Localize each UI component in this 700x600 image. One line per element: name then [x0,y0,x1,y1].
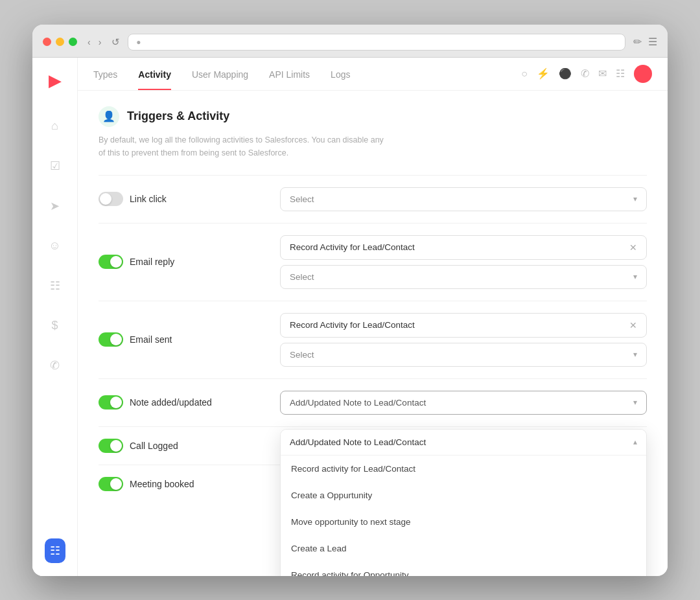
link-click-select[interactable]: Select ▾ [280,187,647,211]
search-icon: ● [136,38,141,47]
dropdown-item-4[interactable]: Record activity for Opportunity [281,562,646,576]
email-sent-dropdowns: Record Activity for Lead/Contact ✕ Selec… [280,313,647,367]
sidebar-item-grid[interactable]: ☷ [46,275,64,297]
sidebar-item-dollar[interactable]: $ [47,315,62,336]
link-click-placeholder: Select [290,194,314,204]
toggle-knob [100,193,111,205]
email-sent-select[interactable]: Select ▾ [280,343,647,367]
maximize-button[interactable] [69,38,77,46]
email-reply-dropdowns: Record Activity for Lead/Contact ✕ Selec… [280,235,647,289]
email-sent-label: Email sent [99,332,280,347]
email-sent-tag[interactable]: Record Activity for Lead/Contact ✕ [280,313,647,338]
note-added-value: Add/Updated Note to Lead/Contact [290,398,426,408]
chevron-down-icon: ▾ [633,272,637,281]
sidebar: ▶ ⌂ ☑ ➤ ☺ ☷ $ ✆ ☷ [32,58,78,576]
browser-actions: ✏ ☰ [633,36,657,48]
sidebar-item-send[interactable]: ➤ [46,195,64,217]
menu-icon[interactable]: ☰ [648,36,657,48]
phone-icon[interactable]: ✆ [581,67,589,80]
sidebar-item-check[interactable]: ☑ [46,155,64,177]
note-added-dropdowns: Add/Updated Note to Lead/Contact ▾ [280,391,647,415]
main-content: Types Activity User Mapping API Limits L… [78,58,668,576]
activity-row-note-added: Note added/updated Add/Updated Note to L… [99,378,647,426]
back-button[interactable]: ‹ [85,36,93,49]
close-icon[interactable]: ✕ [629,242,637,253]
sidebar-item-home[interactable]: ⌂ [47,115,62,137]
tab-user-mapping[interactable]: User Mapping [192,58,248,90]
link-click-toggle[interactable] [99,192,123,206]
activity-row-email-sent: Email sent Record Activity for Lead/Cont… [99,301,647,378]
section-title: Triggers & Activity [127,110,229,123]
link-click-text: Link click [130,194,167,204]
note-added-text: Note added/updated [130,397,212,408]
section-header: 👤 Triggers & Activity [99,106,647,127]
close-button[interactable] [43,38,51,46]
chevron-up-icon[interactable]: ▴ [633,437,637,446]
sidebar-item-user[interactable]: ☺ [45,235,64,257]
tab-api-limits[interactable]: API Limits [269,58,310,90]
dropdown-item-3[interactable]: Create a Lead [281,535,646,562]
email-sent-select-placeholder: Select [290,350,314,360]
forward-button[interactable]: › [96,36,104,49]
call-logged-text: Call Logged [130,441,178,451]
email-sent-tag-value: Record Activity for Lead/Contact [290,320,415,330]
dropdown-item-0[interactable]: Record activity for Lead/Contact [281,456,646,482]
meeting-booked-label: Meeting booked [99,477,280,491]
chevron-down-icon: ▾ [633,194,637,203]
call-logged-toggle[interactable] [99,439,123,453]
email-reply-tag[interactable]: Record Activity for Lead/Contact ✕ [280,235,647,260]
meeting-booked-toggle[interactable] [99,477,123,491]
call-logged-label: Call Logged [99,439,280,453]
reload-button[interactable]: ↺ [111,36,120,48]
section-description: By default, we log all the following act… [99,133,390,159]
circle-icon[interactable]: ○ [521,68,528,80]
note-added-label: Note added/updated [99,395,280,410]
mail-icon[interactable]: ✉ [598,67,607,80]
browser-content: ▶ ⌂ ☑ ➤ ☺ ☷ $ ✆ ☷ Types Activity User Ma… [32,58,668,576]
edit-icon[interactable]: ✏ [633,36,642,48]
sidebar-item-phone[interactable]: ✆ [46,354,64,376]
traffic-lights [43,38,77,46]
chevron-down-icon: ▾ [633,398,637,407]
address-bar[interactable]: ● [128,34,625,51]
content-body: 👤 Triggers & Activity By default, we log… [78,91,668,576]
flash-icon[interactable]: ⚡ [537,67,550,80]
tab-types[interactable]: Types [93,58,117,90]
browser-window: ‹ › ↺ ● ✏ ☰ ▶ ⌂ ☑ ➤ ☺ ☷ $ ✆ ☷ Types [32,25,668,576]
sidebar-item-active[interactable]: ☷ [45,538,65,563]
activity-row-link-click: Link click Select ▾ [99,175,647,223]
email-reply-text: Email reply [130,257,174,267]
email-reply-select-placeholder: Select [290,272,314,282]
close-icon[interactable]: ✕ [629,320,637,330]
logo-icon[interactable]: ▶ [49,71,62,91]
toggle-knob [110,334,122,345]
tab-activity[interactable]: Activity [138,58,171,90]
email-sent-toggle[interactable] [99,332,123,347]
browser-chrome: ‹ › ↺ ● ✏ ☰ [32,25,668,58]
link-click-dropdowns: Select ▾ [280,187,647,211]
toggle-knob [110,256,122,268]
user-avatar[interactable] [634,65,652,83]
tab-nav: Types Activity User Mapping API Limits L… [78,58,668,91]
note-added-toggle[interactable] [99,395,123,410]
dropdown-header-value: Add/Updated Note to Lead/Contact [290,437,426,447]
minimize-button[interactable] [56,38,64,46]
dropdown-item-2[interactable]: Move opportunity to next stage [281,509,646,535]
dropdown-item-1[interactable]: Create a Oppurtunity [281,482,646,509]
activity-row-email-reply: Email reply Record Activity for Lead/Con… [99,223,647,301]
list-icon[interactable]: ☷ [616,67,625,80]
dropdown-popup-header: Add/Updated Note to Lead/Contact ▴ [281,430,646,456]
email-reply-select[interactable]: Select ▾ [280,265,647,289]
chevron-down-icon: ▾ [633,350,637,359]
email-reply-toggle[interactable] [99,255,123,269]
tab-icons: ○ ⚡ ⚫ ✆ ✉ ☷ [521,65,652,83]
toggle-knob [110,440,122,452]
section-icon: 👤 [99,106,119,127]
email-reply-label: Email reply [99,255,280,269]
bell-icon[interactable]: ⚫ [559,67,572,80]
nav-arrows: ‹ › [85,36,104,49]
link-click-label: Link click [99,192,280,206]
toggle-knob [110,478,122,490]
tab-logs[interactable]: Logs [331,58,350,90]
note-added-select[interactable]: Add/Updated Note to Lead/Contact ▾ [280,391,647,415]
